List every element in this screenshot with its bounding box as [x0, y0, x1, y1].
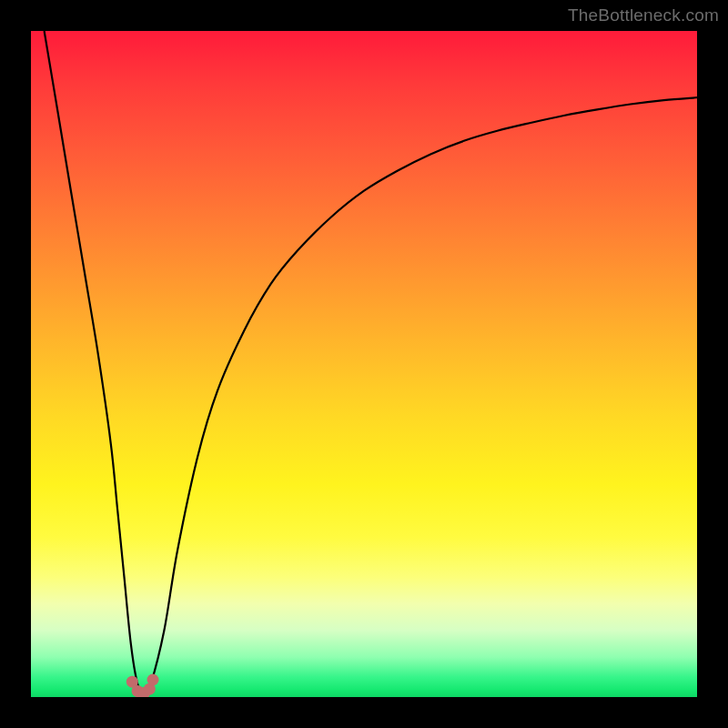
chart-frame: TheBottleneck.com — [0, 0, 728, 728]
minimum-marker-group — [126, 674, 159, 698]
curve-layer — [31, 31, 697, 697]
plot-area — [31, 31, 697, 697]
watermark-text: TheBottleneck.com — [568, 5, 719, 25]
minimum-marker — [147, 674, 159, 686]
bottleneck-curve — [45, 31, 697, 693]
